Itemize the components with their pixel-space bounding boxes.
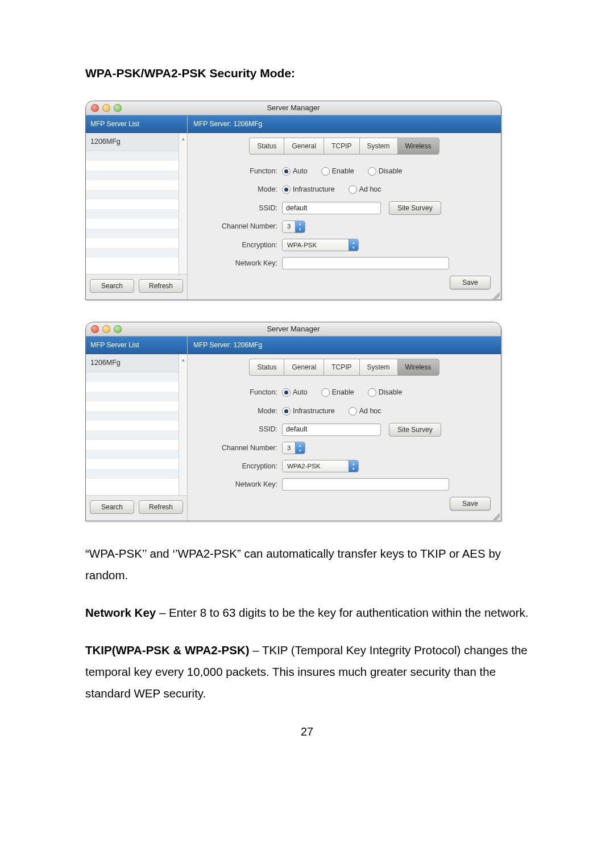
radio-enable[interactable]: Enable — [321, 386, 354, 399]
tab-wireless[interactable]: Wireless — [397, 359, 439, 376]
tab-general[interactable]: General — [284, 359, 323, 376]
save-button[interactable]: Save — [450, 497, 491, 510]
radio-disable[interactable]: Disable — [368, 165, 403, 178]
section-heading: WPA-PSK/WPA2-PSK Security Mode: — [85, 63, 529, 85]
chevron-updown-icon — [295, 442, 305, 454]
ssid-label: SSID: — [192, 202, 277, 215]
refresh-button[interactable]: Refresh — [139, 500, 183, 514]
radio-auto[interactable]: Auto — [282, 165, 308, 178]
search-button[interactable]: Search — [90, 500, 134, 514]
scrollbar[interactable]: ▴ — [179, 133, 187, 274]
tab-status[interactable]: Status — [249, 138, 284, 155]
function-radios: Auto Enable Disable — [282, 165, 492, 178]
resize-handle[interactable] — [493, 292, 500, 299]
tab-bar: Status General TCPIP System Wireless — [188, 359, 501, 376]
encryption-label: Encryption: — [192, 460, 277, 473]
main-header: MFP Server: 1206MFg — [188, 115, 501, 133]
window-titlebar: Server Manager — [86, 101, 501, 115]
server-list[interactable]: 1206MFg — [86, 133, 179, 274]
mode-label: Mode: — [192, 405, 277, 418]
sidebar: MFP Server List 1206MFg ▴ Search Refresh — [86, 337, 188, 521]
function-label: Functon: — [192, 165, 277, 178]
function-label: Functon: — [192, 386, 277, 399]
radio-adhoc[interactable]: Ad hoc — [349, 405, 381, 418]
zoom-icon[interactable] — [114, 325, 122, 333]
main-panel: MFP Server: 1206MFg Status General TCPIP… — [188, 115, 501, 300]
close-icon[interactable] — [91, 104, 99, 112]
radio-infrastructure[interactable]: Infrastructure — [282, 405, 335, 418]
channel-select[interactable]: 3 — [282, 442, 305, 454]
close-icon[interactable] — [91, 325, 99, 333]
tab-wireless[interactable]: Wireless — [397, 138, 439, 155]
ssid-input[interactable]: default — [282, 202, 381, 214]
sidebar-header: MFP Server List — [86, 337, 187, 354]
screenshot-wpa2-psk: Server Manager MFP Server List 1206MFg ▴… — [85, 322, 501, 521]
scrollbar[interactable]: ▴ — [179, 354, 187, 495]
radio-infrastructure[interactable]: Infrastructure — [282, 183, 335, 196]
main-panel: MFP Server: 1206MFg Status General TCPIP… — [188, 337, 501, 521]
minimize-icon[interactable] — [102, 325, 110, 333]
body-text: “WPA-PSK’’ and ‘’WPA2-PSK” can automatic… — [85, 543, 529, 704]
network-key-input[interactable] — [282, 478, 449, 491]
save-button[interactable]: Save — [450, 276, 491, 289]
channel-label: Channel Number: — [192, 442, 277, 455]
tab-general[interactable]: General — [284, 138, 323, 155]
resize-handle[interactable] — [493, 513, 500, 520]
paragraph: “WPA-PSK’’ and ‘’WPA2-PSK” can automatic… — [85, 543, 529, 586]
encryption-select[interactable]: WPA-PSK — [282, 239, 359, 251]
ssid-input[interactable]: default — [282, 423, 381, 436]
chevron-updown-icon — [349, 460, 358, 472]
tab-bar: Status General TCPIP System Wireless — [188, 138, 501, 155]
list-item[interactable]: 1206MFg — [86, 354, 179, 372]
channel-select[interactable]: 3 — [282, 221, 305, 233]
list-item[interactable]: 1206MFg — [86, 133, 179, 151]
encryption-label: Encryption: — [192, 239, 277, 252]
tab-status[interactable]: Status — [249, 359, 284, 376]
refresh-button[interactable]: Refresh — [139, 279, 183, 293]
sidebar-header: MFP Server List — [86, 115, 187, 133]
sidebar: MFP Server List 1206MFg ▴ Search Refresh — [86, 115, 188, 300]
ssid-label: SSID: — [192, 423, 277, 436]
radio-enable[interactable]: Enable — [321, 165, 354, 178]
radio-auto[interactable]: Auto — [282, 386, 308, 399]
server-list[interactable]: 1206MFg — [86, 354, 179, 495]
chevron-updown-icon — [349, 239, 358, 251]
window-titlebar: Server Manager — [86, 322, 501, 337]
search-button[interactable]: Search — [90, 279, 134, 293]
tab-system[interactable]: System — [359, 359, 397, 376]
network-key-input[interactable] — [282, 257, 449, 269]
network-key-label: Network Key: — [192, 478, 277, 491]
paragraph: TKIP(WPA-PSK & WPA2-PSK) – TKIP (Tempora… — [85, 639, 529, 704]
window-title: Server Manager — [86, 101, 501, 115]
paragraph: Network Key – Enter 8 to 63 digits to be… — [85, 602, 529, 624]
mode-radios: Infrastructure Ad hoc — [282, 183, 492, 196]
screenshot-wpa-psk: Server Manager MFP Server List 1206MFg ▴… — [85, 101, 501, 300]
zoom-icon[interactable] — [114, 104, 122, 112]
chevron-updown-icon — [295, 221, 305, 232]
network-key-label: Network Key: — [192, 257, 277, 270]
site-survey-button[interactable]: Site Survey — [389, 423, 441, 437]
radio-disable[interactable]: Disable — [368, 386, 403, 399]
radio-adhoc[interactable]: Ad hoc — [349, 183, 381, 196]
page-number: 27 — [85, 721, 529, 742]
channel-label: Channel Number: — [192, 220, 277, 233]
encryption-select[interactable]: WPA2-PSK — [282, 460, 359, 472]
main-header: MFP Server: 1206MFg — [188, 337, 501, 354]
tab-tcpip[interactable]: TCPIP — [323, 138, 359, 155]
tab-tcpip[interactable]: TCPIP — [323, 359, 359, 376]
minimize-icon[interactable] — [102, 104, 110, 112]
site-survey-button[interactable]: Site Survey — [389, 201, 441, 215]
window-title: Server Manager — [86, 322, 501, 336]
tab-system[interactable]: System — [359, 138, 397, 155]
mode-label: Mode: — [192, 183, 277, 196]
